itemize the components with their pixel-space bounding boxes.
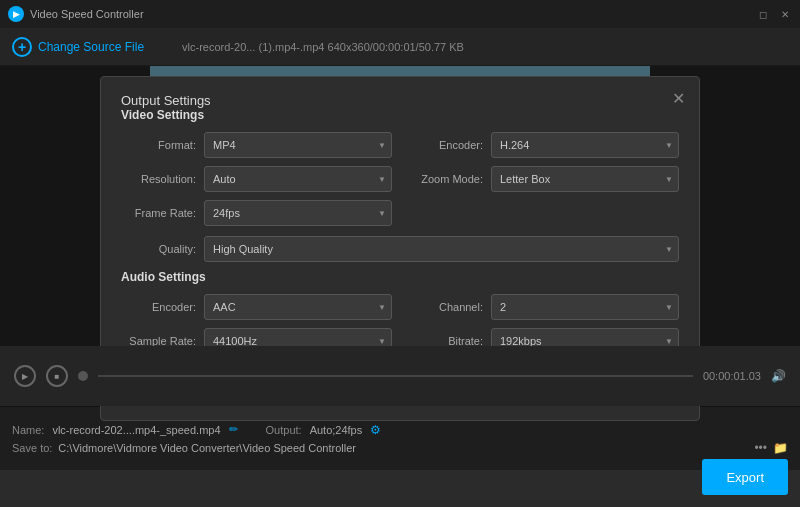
- dialog-close-button[interactable]: ✕: [672, 89, 685, 108]
- main-area: Raving Output Settings ✕ Video Settings …: [0, 66, 800, 406]
- format-select-wrapper[interactable]: MP4: [204, 132, 392, 158]
- quality-field: Quality: High Quality: [121, 236, 679, 262]
- resolution-select-wrapper[interactable]: Auto: [204, 166, 392, 192]
- frame-rate-field: Frame Rate: 24fps: [121, 200, 392, 226]
- video-section-title: Video Settings: [121, 108, 679, 122]
- channel-field: Channel: 2: [408, 294, 679, 320]
- change-source-button[interactable]: + Change Source File: [12, 37, 144, 57]
- channel-label: Channel:: [408, 301, 483, 313]
- more-options-icon[interactable]: •••: [754, 441, 767, 455]
- window-controls[interactable]: ◻ ✕: [756, 7, 792, 21]
- toolbar: + Change Source File vlc-record-20... (1…: [0, 28, 800, 66]
- format-field: Format: MP4: [121, 132, 392, 158]
- stop-button[interactable]: ■: [46, 365, 68, 387]
- file-info: vlc-record-20... (1).mp4-.mp4 640x360/00…: [182, 41, 464, 53]
- encoder-field: Encoder: H.264: [408, 132, 679, 158]
- output-label: Output:: [266, 424, 302, 436]
- folder-icon[interactable]: 📁: [773, 441, 788, 455]
- time-display: 00:00:01.03: [703, 370, 761, 382]
- save-path: C:\Vidmore\Vidmore Video Converter\Video…: [58, 442, 356, 454]
- audio-settings-grid: Encoder: AAC Channel: 2: [121, 294, 679, 354]
- frame-rate-label: Frame Rate:: [121, 207, 196, 219]
- zoom-mode-field: Zoom Mode: Letter Box: [408, 166, 679, 192]
- channel-select[interactable]: 2: [491, 294, 679, 320]
- format-select[interactable]: MP4: [204, 132, 392, 158]
- resolution-label: Resolution:: [121, 173, 196, 185]
- title-text: Video Speed Controller: [30, 8, 144, 20]
- audio-encoder-select[interactable]: AAC: [204, 294, 392, 320]
- title-bar: ▶ Video Speed Controller ◻ ✕: [0, 0, 800, 28]
- channel-select-wrapper[interactable]: 2: [491, 294, 679, 320]
- encoder-select[interactable]: H.264: [491, 132, 679, 158]
- bottom-row1: Name: vlc-record-202....mp4-_speed.mp4 ✏…: [12, 423, 788, 437]
- video-settings-grid: Format: MP4 Encoder: H.264: [121, 132, 679, 226]
- quality-label: Quality:: [121, 243, 196, 255]
- export-button[interactable]: Export: [702, 459, 788, 495]
- encoder-label: Encoder:: [408, 139, 483, 151]
- name-label: Name:: [12, 424, 44, 436]
- resolution-select[interactable]: Auto: [204, 166, 392, 192]
- audio-encoder-select-wrapper[interactable]: AAC: [204, 294, 392, 320]
- add-icon: +: [12, 37, 32, 57]
- zoom-mode-select-wrapper[interactable]: Letter Box: [491, 166, 679, 192]
- audio-encoder-field: Encoder: AAC: [121, 294, 392, 320]
- audio-encoder-label: Encoder:: [121, 301, 196, 313]
- encoder-select-wrapper[interactable]: H.264: [491, 132, 679, 158]
- change-source-label: Change Source File: [38, 40, 144, 54]
- close-button[interactable]: ✕: [778, 7, 792, 21]
- app-icon: ▶: [8, 6, 24, 22]
- progress-bar[interactable]: [98, 375, 693, 377]
- quality-select[interactable]: High Quality: [204, 236, 679, 262]
- save-to-label: Save to:: [12, 442, 52, 454]
- settings-gear-icon[interactable]: ⚙: [370, 423, 381, 437]
- quality-select-wrapper[interactable]: High Quality: [204, 236, 679, 262]
- dialog-title: Output Settings: [121, 93, 211, 108]
- zoom-mode-select[interactable]: Letter Box: [491, 166, 679, 192]
- zoom-mode-label: Zoom Mode:: [408, 173, 483, 185]
- resolution-field: Resolution: Auto: [121, 166, 392, 192]
- output-value: Auto;24fps: [310, 424, 363, 436]
- player-bar: ▶ ■ 00:00:01.03 🔊: [0, 346, 800, 406]
- progress-indicator: [78, 371, 88, 381]
- volume-icon[interactable]: 🔊: [771, 369, 786, 383]
- frame-rate-select[interactable]: 24fps: [204, 200, 392, 226]
- format-label: Format:: [121, 139, 196, 151]
- file-name-value: vlc-record-202....mp4-_speed.mp4: [52, 424, 220, 436]
- bottom-row2: Save to: C:\Vidmore\Vidmore Video Conver…: [12, 441, 788, 455]
- play-button[interactable]: ▶: [14, 365, 36, 387]
- minimize-button[interactable]: ◻: [756, 7, 770, 21]
- frame-rate-select-wrapper[interactable]: 24fps: [204, 200, 392, 226]
- edit-icon[interactable]: ✏: [229, 423, 238, 436]
- audio-section-title: Audio Settings: [121, 270, 679, 284]
- title-bar-left: ▶ Video Speed Controller: [8, 6, 144, 22]
